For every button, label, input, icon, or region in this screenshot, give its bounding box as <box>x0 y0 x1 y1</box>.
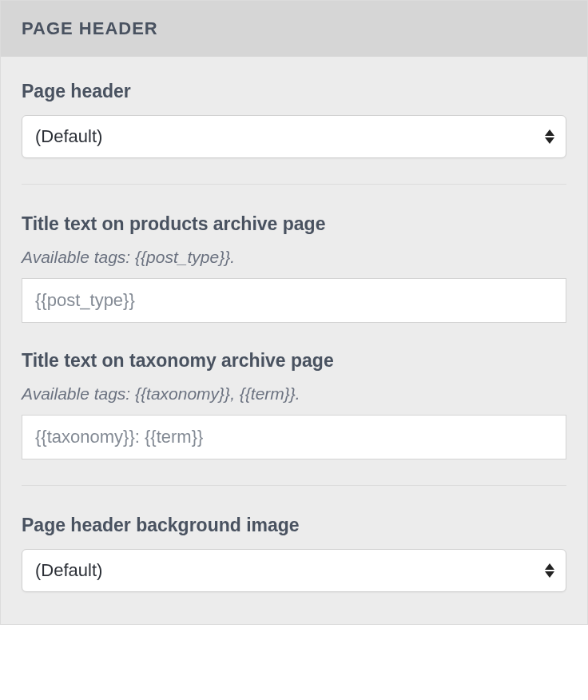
svg-marker-2 <box>545 563 554 570</box>
divider <box>22 184 566 185</box>
label-title-products: Title text on products archive page <box>22 213 566 235</box>
label-page-header: Page header <box>22 81 566 102</box>
input-title-products[interactable] <box>22 278 566 323</box>
select-value: (Default) <box>35 126 102 147</box>
select-bg-image[interactable]: (Default) <box>22 549 566 592</box>
svg-marker-1 <box>545 137 554 144</box>
input-title-taxonomy[interactable] <box>22 415 566 459</box>
divider <box>22 485 566 486</box>
field-bg-image: Page header background image (Default) <box>22 515 566 592</box>
panel-title: PAGE HEADER <box>1 1 587 57</box>
label-bg-image: Page header background image <box>22 515 566 536</box>
field-title-products: Title text on products archive page Avai… <box>22 213 566 323</box>
svg-marker-3 <box>545 571 554 578</box>
hint-title-products: Available tags: {{post_type}}. <box>22 248 566 267</box>
hint-title-taxonomy: Available tags: {{taxonomy}}, {{term}}. <box>22 384 566 404</box>
field-page-header: Page header (Default) <box>22 81 566 158</box>
chevron-updown-icon <box>545 129 554 144</box>
select-value: (Default) <box>35 560 102 581</box>
svg-marker-0 <box>545 129 554 136</box>
chevron-updown-icon <box>545 563 554 578</box>
settings-panel: PAGE HEADER Page header (Default) Title … <box>0 0 588 625</box>
select-page-header[interactable]: (Default) <box>22 115 566 158</box>
label-title-taxonomy: Title text on taxonomy archive page <box>22 350 566 372</box>
panel-body: Page header (Default) Title text on prod… <box>1 57 587 624</box>
field-title-taxonomy: Title text on taxonomy archive page Avai… <box>22 350 566 459</box>
